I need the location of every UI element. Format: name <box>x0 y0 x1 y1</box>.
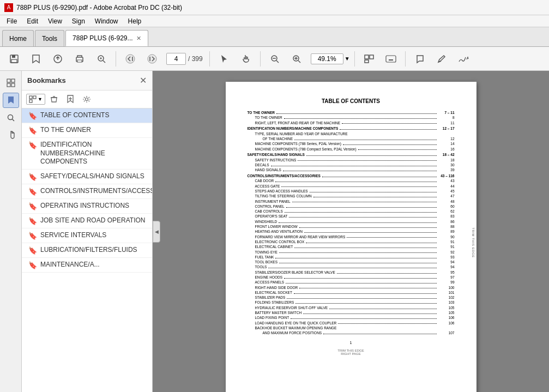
bookmark-maintenance-label: MAINTENANCE/A... <box>40 261 100 269</box>
page-number-input[interactable]: 4 <box>166 53 186 65</box>
svg-point-33 <box>8 115 13 120</box>
menu-sign[interactable]: Sign <box>68 16 89 26</box>
menu-help[interactable]: Help <box>124 16 146 26</box>
zoom-out-button[interactable] <box>265 50 285 68</box>
draw-button[interactable] <box>432 50 451 68</box>
toc-content: TO THE OWNER 7 – 11 TO THE OWNER 8 RIGHT… <box>248 111 455 335</box>
sign-button[interactable] <box>454 50 473 68</box>
menu-edit[interactable]: Edit <box>22 16 43 26</box>
bookmark-icon: 🔖 <box>28 232 37 240</box>
zoom-dropdown-icon[interactable]: ▼ <box>345 56 350 62</box>
bookmark-controls[interactable]: 🔖 CONTROLS/INSTRUMENTS/ACCESSORIES <box>22 184 152 199</box>
svg-rect-5 <box>77 60 82 62</box>
keyboard-button[interactable] <box>381 50 401 68</box>
bookmark-owner-label: TO THE OWNER <box>40 126 91 135</box>
toc-row: FORWARD VIEW MIRROR AND REAR VIEW MIRROR… <box>248 235 455 239</box>
toc-row: TOWING EYE92 <box>248 250 455 255</box>
comment-button[interactable] <box>410 50 430 68</box>
bookmark-icon: 🔖 <box>28 246 37 255</box>
add-bookmark-button[interactable] <box>63 93 78 106</box>
search-panel-button[interactable] <box>3 110 19 125</box>
next-page-button[interactable] <box>142 50 162 68</box>
window-title: 788P PLUS (6-9290).pdf - Adobe Acrobat P… <box>16 4 182 11</box>
bookmark-operating[interactable]: 🔖 OPERATING INSTRUCTIONS <box>22 199 152 214</box>
upload-button[interactable] <box>48 50 68 68</box>
trim-bottom-label: TRIM THIS EDGE RIGHT PAGE <box>248 349 455 355</box>
bookmarks-list: 🔖 TABLE OF CONTENTS 🔖 TO THE OWNER 🔖 IDE… <box>22 108 152 392</box>
bookmark-maintenance[interactable]: 🔖 MAINTENANCE/A... <box>22 258 152 273</box>
app-icon: A <box>4 3 13 12</box>
svg-rect-30 <box>11 79 15 82</box>
attachments-panel-button[interactable] <box>3 128 19 143</box>
main-area: Bookmarks ✕ ▼ 🔖 TABLE OF CONTENTS <box>0 71 549 392</box>
tab-close-button[interactable]: ✕ <box>136 35 141 42</box>
bookmark-icon: 🔖 <box>28 217 37 225</box>
toc-row: ELECTRICAL CABINET91 <box>248 245 455 249</box>
bookmarks-panel-button[interactable] <box>3 93 19 108</box>
hand-tool-button[interactable] <box>236 50 256 68</box>
tab-home-label: Home <box>9 35 27 43</box>
toc-row: HAND SIGNALS 39 <box>248 168 455 172</box>
toc-row: FRONT LOWER WINDOW88 <box>248 225 455 229</box>
toc-row: HYDRAULIC RESERVOIR SHUT-OFF VALVE105 <box>248 306 455 310</box>
bookmark-idnumbers[interactable]: 🔖 IDENTIFICATION NUMBERS/MACHINE COMPONE… <box>22 138 152 170</box>
prev-page-button[interactable] <box>120 50 140 68</box>
svg-rect-21 <box>386 56 396 62</box>
svg-rect-2 <box>11 59 17 63</box>
toc-row: RIGHT-HAND SIDE DOOR100 <box>248 286 455 290</box>
bookmark-lubrication[interactable]: 🔖 LUBRICATION/FILTERS/FLUIDS <box>22 243 152 258</box>
tab-tools[interactable]: Tools <box>35 30 64 46</box>
delete-bookmark-button[interactable] <box>46 93 62 106</box>
toc-row: LOAD FIXING POINT106 <box>248 316 455 320</box>
separator-2 <box>209 51 210 67</box>
bookmark-safety-label: SAFETY/DECALS/HAND SIGNALS <box>40 172 144 181</box>
bookmark-toc[interactable]: 🔖 TABLE OF CONTENTS <box>22 108 152 123</box>
bookmark-icon: 🔖 <box>28 188 37 196</box>
bookmark-service[interactable]: 🔖 SERVICE INTERVALS <box>22 228 152 243</box>
toc-row: TILTING THE STEERING COLUMN47 <box>248 194 455 198</box>
svg-rect-31 <box>7 83 10 87</box>
save-button[interactable] <box>4 50 24 68</box>
bookmark-button[interactable] <box>26 50 46 68</box>
close-bookmarks-button[interactable]: ✕ <box>140 75 147 86</box>
toc-row: STABILIZERS/DOZER BLADE SELECTOR VALVE95 <box>248 270 455 275</box>
toc-row: TOOL BOXES94 <box>248 260 455 264</box>
svg-rect-20 <box>365 60 369 63</box>
collapse-sidebar-button[interactable]: ◀ <box>153 221 160 243</box>
bookmarks-options-dropdown[interactable]: ▼ <box>26 94 45 105</box>
bookmark-icon: 🔖 <box>28 141 37 149</box>
menu-file[interactable]: File <box>2 16 21 26</box>
bookmark-icon: 🔖 <box>28 261 37 269</box>
bookmark-safety[interactable]: 🔖 SAFETY/DECALS/HAND SIGNALS <box>22 170 152 184</box>
bookmark-owner[interactable]: 🔖 TO THE OWNER <box>22 123 152 138</box>
enhance-button[interactable] <box>92 50 111 68</box>
tab-document[interactable]: 788P PLUS (6-929... ✕ <box>65 30 148 46</box>
collapse-arrow-icon: ◀ <box>155 229 159 234</box>
page-thumbnails-button[interactable] <box>3 75 19 91</box>
bookmark-properties-button[interactable] <box>79 93 94 106</box>
toc-row: SAFETY INSTRUCTIONS 18 <box>248 158 455 162</box>
svg-point-7 <box>126 55 135 63</box>
svg-line-34 <box>12 119 14 122</box>
zoom-in-button[interactable] <box>287 50 306 68</box>
tab-bar: Home Tools 788P PLUS (6-929... ✕ <box>0 27 549 47</box>
page-number-display: 1 <box>248 341 455 345</box>
zoom-value-display[interactable]: 49.1% <box>311 53 343 64</box>
svg-line-17 <box>298 61 300 63</box>
tab-home[interactable]: Home <box>2 30 34 46</box>
menu-window[interactable]: Window <box>91 16 123 26</box>
bookmark-controls-label: CONTROLS/INSTRUMENTS/ACCESSORIES <box>40 187 152 196</box>
toc-row: ENGINE HOODS97 <box>248 275 455 280</box>
toc-row: IDENTIFICATION NUMBERS/MACHINE COMPONENT… <box>248 126 455 131</box>
menu-view[interactable]: View <box>44 16 67 26</box>
pointer-tool-button[interactable] <box>214 50 234 68</box>
bookmark-jobsite[interactable]: 🔖 JOB SITE AND ROAD OPERATION <box>22 214 152 228</box>
menu-bar: File Edit View Sign Window Help <box>0 15 549 27</box>
zoom-control: 49.1% ▼ <box>311 53 350 64</box>
view-mode-button[interactable] <box>359 50 379 68</box>
print-button[interactable] <box>70 50 89 68</box>
page-navigation: 4 / 399 <box>166 53 203 65</box>
toc-row: CONTROLS/INSTRUMENTS/ACCESSORIES 43 – 11… <box>248 174 455 178</box>
separator-4 <box>354 51 355 67</box>
page-display-area[interactable]: ◀ TABLE OF CONTENTS TO THE OWNER 7 – 11 … <box>153 71 549 392</box>
